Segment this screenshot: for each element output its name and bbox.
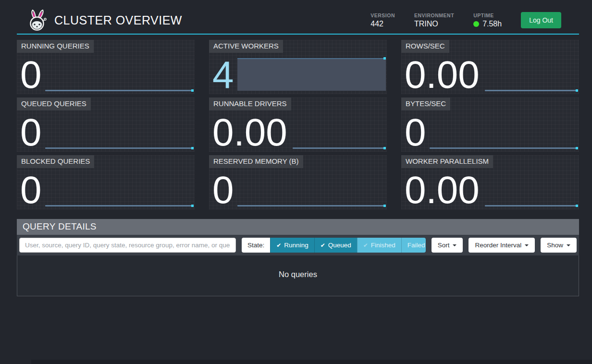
sparkline (485, 90, 578, 91)
version-value: 442 (370, 20, 395, 28)
uptime-status-dot-icon (473, 21, 479, 27)
stat-tile-queued-queries: QUEUED QUERIES 0 (17, 97, 195, 152)
horizontal-scrollbar[interactable] (31, 360, 592, 364)
caret-down-icon (525, 244, 529, 246)
stat-label: RUNNABLE DRIVERS (209, 97, 291, 110)
header: CLUSTER OVERVIEW VERSION 442 ENVIRONMENT… (17, 0, 579, 35)
stat-tile-active-workers: ACTIVE WORKERS 4 (209, 40, 387, 94)
header-meta: VERSION 442 ENVIRONMENT TRINO UPTIME 7.5… (370, 12, 579, 28)
stat-value: 0.00 (405, 56, 480, 94)
stat-tile-runnable-drivers: RUNNABLE DRIVERS 0.00 (209, 97, 387, 152)
sparkline (45, 90, 193, 91)
uptime-meta: UPTIME 7.58h (473, 12, 502, 28)
filter-queued-button[interactable]: ✔ Queued (314, 238, 357, 253)
stat-label: ACTIVE WORKERS (209, 40, 283, 53)
stat-tile-worker-parallelism: WORKER PARALLELISM 0.00 (401, 155, 579, 209)
sparkline (430, 147, 578, 149)
stat-value: 0.00 (212, 113, 287, 152)
stat-label: RESERVED MEMORY (B) (209, 155, 303, 168)
query-details-section: QUERY DETAILS State: ✔ Running ✔ Queued … (17, 219, 579, 296)
query-details-header: QUERY DETAILS (17, 219, 579, 235)
check-icon: ✔ (276, 242, 281, 249)
page-title: CLUSTER OVERVIEW (54, 13, 182, 27)
caret-down-icon (453, 244, 456, 246)
stat-label: QUEUED QUERIES (17, 97, 91, 110)
reorder-interval-dropdown[interactable]: Reorder Interval (469, 238, 535, 253)
uptime-value: 7.58h (482, 20, 502, 28)
stat-tile-running-queries: RUNNING QUERIES 0 (17, 40, 195, 94)
check-icon: ✔ (363, 242, 368, 249)
sparkline (293, 147, 385, 149)
stat-value: 0 (20, 56, 42, 94)
stat-label: WORKER PARALLELISM (401, 155, 493, 168)
stat-label: RUNNING QUERIES (17, 40, 94, 53)
stat-value: 0 (212, 171, 234, 209)
environment-label: ENVIRONMENT (414, 12, 454, 18)
caret-down-icon (567, 244, 570, 246)
filter-running-button[interactable]: ✔ Running (270, 238, 314, 253)
stat-value: 0.00 (405, 171, 480, 209)
empty-message: No queries (279, 270, 317, 279)
sparkline (485, 205, 578, 206)
filter-finished-button[interactable]: ✔ Finished (357, 238, 401, 253)
environment-meta: ENVIRONMENT TRINO (414, 12, 454, 28)
stat-tile-rows-sec: ROWS/SEC 0.00 (401, 40, 579, 94)
version-label: VERSION (370, 12, 395, 18)
uptime-label: UPTIME (473, 12, 502, 18)
check-icon: ✔ (321, 242, 325, 249)
stat-tile-reserved-memory: RESERVED MEMORY (B) 0 (209, 155, 387, 209)
sparkline (45, 205, 193, 206)
stat-label: BLOCKED QUERIES (17, 155, 94, 168)
stat-label: BYTES/SEC (401, 97, 450, 110)
stat-value: 0 (20, 171, 42, 209)
trino-bunny-logo-icon (27, 9, 48, 32)
stat-label: ROWS/SEC (401, 40, 449, 53)
logout-button[interactable]: Log Out (521, 12, 561, 28)
version-meta: VERSION 442 (370, 12, 395, 28)
stat-value: 0 (20, 113, 42, 152)
query-results-empty-state: No queries (17, 255, 579, 296)
show-dropdown[interactable]: Show (541, 238, 577, 253)
query-filter-toolbar: State: ✔ Running ✔ Queued ✔ Finished Fai… (17, 235, 579, 255)
state-filter-label: State: (242, 238, 270, 253)
sparkline-area (237, 58, 386, 91)
stat-value: 4 (212, 56, 234, 94)
state-filter-group: State: ✔ Running ✔ Queued ✔ Finished Fai… (242, 238, 426, 253)
stat-tile-blocked-queries: BLOCKED QUERIES 0 (17, 155, 195, 209)
query-search-input[interactable] (19, 238, 236, 253)
cluster-stats-grid: RUNNING QUERIES 0 ACTIVE WORKERS 4 ROWS/… (17, 40, 579, 209)
filter-failed-dropdown[interactable]: Failed (401, 238, 426, 253)
environment-value: TRINO (414, 20, 454, 28)
stat-value: 0 (405, 113, 426, 152)
sort-dropdown[interactable]: Sort (432, 238, 463, 253)
sparkline (237, 205, 385, 206)
sparkline (45, 147, 193, 149)
stat-tile-bytes-sec: BYTES/SEC 0 (401, 97, 579, 152)
